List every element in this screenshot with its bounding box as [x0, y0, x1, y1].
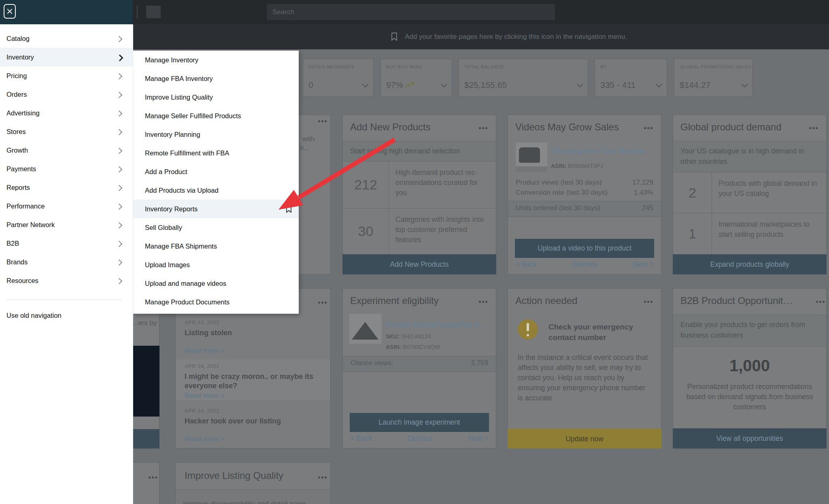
search-input[interactable] [267, 4, 555, 20]
close-menu-button[interactable] [4, 4, 16, 19]
chevron-down-icon[interactable] [441, 81, 447, 88]
stat-card-global-promotions-sales: GLOBAL PROMOTIONS SALES $144.27 [674, 59, 753, 97]
submenu-item-manage-fba-inventory[interactable]: Manage FBA Inventory [133, 69, 299, 88]
read-more-link[interactable]: Read more > [185, 435, 225, 443]
read-more-link[interactable]: Read more > [185, 347, 225, 355]
overflow-menu-icon[interactable] [318, 120, 320, 122]
metric-band: Glance views: 2,759 [343, 356, 496, 372]
stat-label: TOTAL BALANCE [464, 64, 504, 69]
product-link[interactable]: Portable Awning/Canopy/Sun Shad… [386, 321, 488, 329]
stat-description: High demand product rec- ommendations cu… [389, 162, 496, 208]
trend-up-icon [404, 82, 415, 89]
stat-description: Products with global demand in your US c… [712, 172, 826, 213]
main-nav-sidebar: Catalog Inventory Pricing Orders Adverti… [0, 24, 133, 504]
submenu-item-improve-listing-quality[interactable]: Improve Listing Quality [133, 88, 299, 106]
sidebar-item-stores[interactable]: Stores [0, 122, 133, 141]
chevron-right-icon [116, 166, 123, 173]
sidebar-item-orders[interactable]: Orders [0, 85, 133, 104]
obscured-text: n... [300, 144, 310, 152]
overflow-menu-icon[interactable] [479, 127, 481, 129]
card-global-product-demand: Global product demand Your US catalogue … [673, 115, 827, 274]
card-subtitle: Improve discoverability and detail page [176, 489, 330, 504]
sidebar-item-catalog[interactable]: Catalog [0, 29, 133, 48]
submenu-item-manage-seller-fulfilled-products[interactable]: Manage Seller Fulfilled Products [133, 106, 299, 125]
metric-row: Conversion rate (last 30 days) 1.43% [516, 189, 653, 197]
stat-description: International marketplaces to start sell… [712, 213, 826, 254]
chevron-right-icon [116, 129, 123, 136]
overflow-menu-icon[interactable] [809, 127, 811, 129]
update-now-button[interactable]: Update now [508, 429, 661, 449]
back-link[interactable]: < Back [350, 434, 372, 443]
read-more-link[interactable]: Read more > [185, 392, 225, 400]
overflow-menu-icon[interactable] [644, 127, 646, 129]
sidebar-item-brands[interactable]: Brands [0, 253, 133, 271]
metric-row: Product views (last 30 days) 17,129 [516, 179, 653, 187]
sidebar-item-reports[interactable]: Reports [0, 178, 133, 197]
dismiss-link[interactable]: Dismiss [408, 434, 432, 443]
upload-video-button[interactable]: Upload a video to this product [515, 239, 654, 258]
chevron-down-icon[interactable] [656, 81, 662, 88]
stat-card-ipi: IPI 335 - 411 [595, 59, 667, 97]
next-link[interactable]: Next > [468, 434, 489, 443]
submenu-item-manage-inventory[interactable]: Manage Inventory [133, 51, 299, 69]
chevron-down-icon[interactable] [742, 81, 748, 88]
back-link[interactable]: < Back [515, 260, 537, 269]
stat-row: 30 Categories with insights into top cus… [343, 208, 496, 254]
stat-label: BUYER MESSAGES [308, 64, 354, 69]
overflow-menu-icon[interactable] [479, 301, 481, 303]
submenu-item-add-products-via-upload[interactable]: Add Products via Upload [133, 181, 299, 200]
chevron-down-icon[interactable] [362, 81, 369, 88]
stat-card-buyer-messages: BUYER MESSAGES 0 [303, 59, 374, 97]
sidebar-item-payments[interactable]: Payments [0, 159, 133, 178]
submenu-item-upload-images[interactable]: Upload Images [133, 255, 299, 274]
submenu-item-remote-fulfillment-with-fba[interactable]: Remote Fulfillment with FBA [133, 144, 299, 162]
chevron-down-icon[interactable] [577, 81, 583, 88]
card-subtitle: Your US catalogue is in high demand in o… [673, 141, 826, 172]
submenu-item-add-a-product[interactable]: Add a Product [133, 162, 299, 181]
product-link[interactable]: Offroading Gear Truck Bed Inflatabl… [551, 147, 653, 155]
sidebar-item-resources[interactable]: Resources [0, 271, 133, 290]
sidebar-item-b2b[interactable]: B2B [0, 234, 133, 253]
add-new-products-button[interactable]: Add New Products [342, 254, 496, 274]
overflow-menu-icon[interactable] [318, 302, 320, 304]
submenu-item-upload-and-manage-videos[interactable]: Upload and manage videos [133, 274, 299, 293]
submenu-item-sell-globally[interactable]: Sell Globally [133, 218, 299, 237]
top-bar [0, 0, 829, 24]
chevron-right-icon [116, 36, 123, 43]
submenu-item-inventory-planning[interactable]: Inventory Planning [133, 125, 299, 144]
stat-value: $144.27 [680, 80, 710, 90]
overflow-menu-icon[interactable] [149, 476, 151, 478]
launch-experiment-button[interactable]: Launch image experiment [350, 413, 489, 432]
sidebar-item-partner-network[interactable]: Partner Network [0, 215, 133, 234]
use-old-navigation-link[interactable]: Use old navigation [6, 306, 128, 325]
next-link[interactable]: Next > [633, 260, 654, 269]
post-date: APR 14, 2022 [185, 319, 219, 325]
submenu-item-inventory-reports[interactable]: Inventory Reports [133, 200, 299, 218]
card-subtitle: Start selling high demand selection [343, 141, 496, 162]
sidebar-item-performance[interactable]: Performance [0, 197, 133, 215]
expand-globally-button[interactable]: Expand products globally [673, 254, 827, 274]
sidebar-item-advertising[interactable]: Advertising [0, 104, 133, 122]
card-title: Global product demand [680, 121, 782, 133]
sidebar-item-growth[interactable]: Growth [0, 141, 133, 159]
product-asin: ASIN: B0793CV4QW [386, 344, 440, 350]
dismiss-link[interactable]: Dismiss [573, 260, 597, 269]
sidebar-item-inventory[interactable]: Inventory [0, 48, 133, 66]
sidebar-item-pricing[interactable]: Pricing [0, 66, 133, 85]
card-improve-listing-quality: Improve Listing Quality Improve discover… [175, 462, 331, 504]
inventory-submenu: Manage Inventory Manage FBA Inventory Im… [133, 51, 299, 314]
bookmark-icon[interactable] [286, 205, 292, 213]
seller-central-logo [146, 6, 161, 18]
obscured-text: n [299, 191, 303, 199]
view-opportunities-button[interactable]: View all opportunities [673, 428, 827, 449]
submenu-item-manage-fba-shipments[interactable]: Manage FBA Shipments [133, 237, 299, 255]
stat-label: IPI [600, 64, 606, 69]
overflow-menu-icon[interactable] [816, 301, 818, 303]
overflow-menu-icon[interactable] [318, 476, 320, 478]
submenu-item-manage-product-documents[interactable]: Manage Product Documents [133, 293, 299, 311]
overflow-menu-icon[interactable] [644, 301, 646, 303]
product-thumbnail [349, 314, 382, 344]
bookmark-icon [391, 32, 397, 41]
favorites-hint-text: Add your favorite pages here by clicking… [405, 24, 627, 49]
stat-value: $25,155.65 [464, 80, 507, 90]
